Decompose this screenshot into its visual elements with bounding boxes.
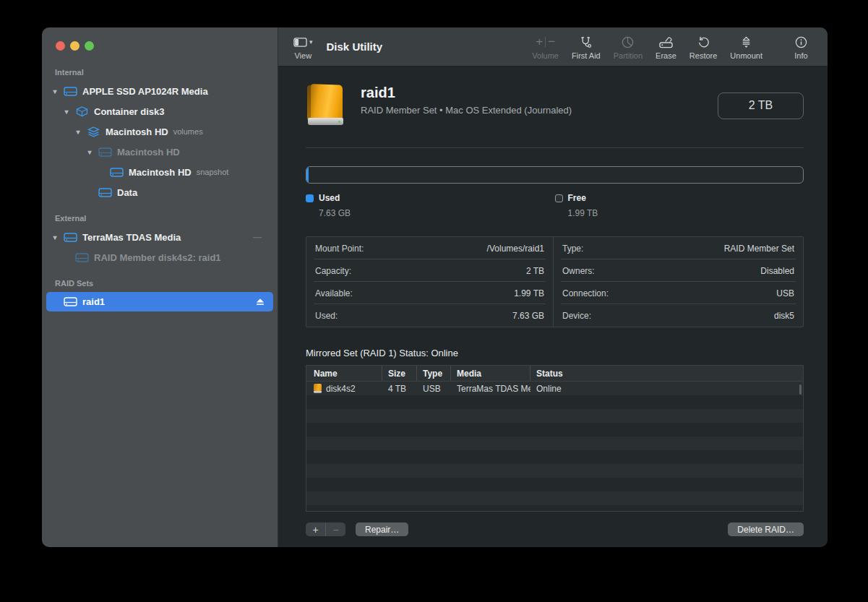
size-badge: 2 TB [718,93,804,119]
table-row-empty [306,464,803,478]
free-swatch-icon [555,194,563,202]
info-panel: Mount Point: /Volumes/raid1 Capacity: 2 … [306,236,804,327]
info-row-device: Device: disk5 [554,304,803,327]
toolbar-info-button[interactable]: Info [788,27,815,66]
toolbar-restore-button[interactable]: Restore [683,27,724,66]
unmount-eject-icon [739,34,753,50]
info-row-mount-point: Mount Point: /Volumes/raid1 [306,237,553,259]
info-row-available: Available: 1.99 TB [306,282,553,304]
restore-arrow-icon [697,34,710,50]
sidebar-item-label: Macintosh HD [129,167,192,178]
info-row-type: Type: RAID Member Set [554,237,803,259]
chevron-down-icon[interactable]: ▾ [61,108,72,116]
column-header-status[interactable]: Status [530,366,803,381]
chevron-down-icon: ▾ [309,38,313,46]
disk-icon [110,167,124,178]
sidebar-item-label: Macintosh HD [117,147,180,158]
used-label: Used [319,193,340,203]
info-row-used: Used: 7.63 GB [306,304,553,327]
chevron-down-icon[interactable]: ▾ [49,233,61,241]
sidebar-item-terramas[interactable]: ▾ TerraMas TDAS Media — [42,227,278,247]
column-header-type[interactable]: Type [417,366,451,381]
sidebar-item-label: APPLE SSD AP1024R Media [82,86,208,97]
sidebar-item-label: Macintosh HD [106,126,168,137]
volumes-layers-icon [87,126,100,137]
column-header-size[interactable]: Size [382,366,417,381]
add-member-button[interactable]: + [306,523,325,536]
free-value: 1.99 TB [568,208,804,218]
disk-icon [64,232,77,243]
sidebar-item-macintosh-hd-dim[interactable]: ▾ Macintosh HD [42,142,278,162]
sidebar-section-external: External [42,202,278,227]
zoom-button[interactable] [85,41,94,51]
table-row-empty [306,491,803,505]
free-label: Free [568,193,586,203]
toolbar-first-aid-button[interactable]: First Aid [565,27,607,66]
table-row-empty [306,395,803,409]
content-area: raid1 RAID Member Set • Mac OS Extended … [278,66,828,547]
minimize-button[interactable] [70,41,80,51]
raid-status-title: Mirrored Set (RAID 1) Status: Online [306,348,804,358]
table-row-empty [306,450,803,464]
sidebar-item-suffix: snapshot [197,168,229,176]
sidebar-item-label: Data [117,187,137,198]
repair-button[interactable]: Repair… [356,523,408,536]
info-row-owners: Owners: Disabled [554,259,803,282]
sidebar-item-label: Container disk3 [94,106,165,117]
disk-icon [98,187,112,198]
used-swatch-icon [306,194,314,202]
sidebar-section-raid-sets: RAID Sets [42,267,278,292]
toolbar-partition-button: Partition [607,27,649,66]
sidebar-item-label: RAID Member disk4s2: raid1 [94,252,221,263]
volume-subtitle: RAID Member Set • Mac OS Extended (Journ… [361,105,572,116]
table-row-disk4s2[interactable]: disk4s2 4 TB USB TerraMas TDAS Media Onl… [306,382,803,395]
traffic-lights [42,27,278,61]
main-panel: ▾ View Disk Utility +− Volume First Aid [278,27,828,547]
window-title: Disk Utility [327,27,383,66]
close-button[interactable] [56,41,65,51]
usage-used-fill [306,167,309,183]
eject-icon[interactable] [256,298,265,306]
sidebar-item-data[interactable]: Data [42,182,278,202]
raid-members-table: Name Size Type Media Status disk4s2 4 TB… [306,365,804,512]
actions-bar: + − Repair… Delete RAID… [306,523,804,536]
table-row-empty [306,409,803,423]
sidebar-item-raid1-selected[interactable]: raid1 [46,292,273,311]
sidebar-item-label: TerraMas TDAS Media [82,232,181,243]
eject-dim-icon[interactable]: — [253,232,262,242]
volume-plus-minus-icon: +− [536,34,555,50]
usage-legend: Used 7.63 GB Free 1.99 TB [306,193,804,218]
sidebar-item-container-disk3[interactable]: ▾ Container disk3 [42,101,278,121]
sidebar-item-apple-ssd[interactable]: ▾ APPLE SSD AP1024R Media [42,81,278,101]
info-row-connection: Connection: USB [554,282,803,304]
chevron-down-icon[interactable]: ▾ [49,87,61,95]
sidebar-item-macintosh-hd-volumes[interactable]: ▾ Macintosh HD volumes [42,121,278,142]
toolbar-unmount-button[interactable]: Unmount [723,27,769,66]
sidebar: Internal ▾ APPLE SSD AP1024R Media ▾ Con… [42,27,278,547]
chevron-down-icon[interactable]: ▾ [72,128,84,136]
remove-member-button: − [326,523,345,536]
sidebar-item-suffix: volumes [173,127,203,136]
column-header-name[interactable]: Name [306,366,382,381]
chevron-down-icon[interactable]: ▾ [84,148,95,156]
info-row-capacity: Capacity: 2 TB [306,259,553,282]
sidebar-item-macintosh-hd-snapshot[interactable]: Macintosh HD snapshot [42,162,278,182]
disk-icon [64,86,77,97]
delete-raid-button[interactable]: Delete RAID… [728,523,804,536]
table-row-empty [306,478,803,491]
used-value: 7.63 GB [319,208,555,218]
table-footer [306,505,803,511]
erase-drive-icon [658,34,674,50]
toolbar-volume-button: +− Volume [525,27,565,66]
column-header-media[interactable]: Media [451,366,530,381]
scrollbar[interactable] [799,384,802,395]
toolbar-erase-button[interactable]: Erase [649,27,683,66]
volume-title: raid1 [361,85,572,101]
sidebar-item-label: raid1 [82,296,105,307]
sidebar-item-raid-member[interactable]: RAID Member disk4s2: raid1 [42,247,278,267]
usage-bar [306,166,804,184]
table-row-empty [306,423,803,437]
table-header: Name Size Type Media Status [306,366,803,382]
sidebar-toggle-icon [293,37,307,48]
view-button[interactable]: ▾ View [287,27,319,66]
